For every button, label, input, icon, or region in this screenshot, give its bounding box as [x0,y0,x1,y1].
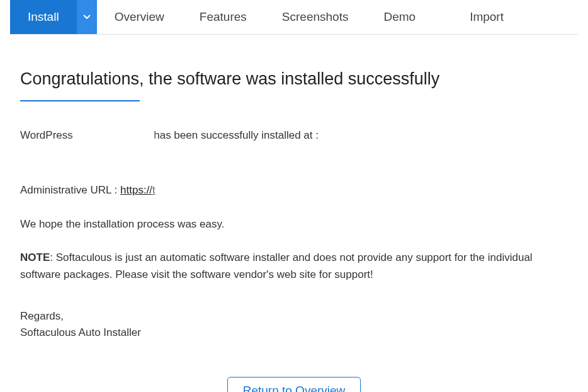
software-name: WordPress [20,129,73,141]
note-paragraph: NOTE: Softaculous is just an automatic s… [20,249,568,283]
main-content: WordPress xxxxxxxxxxxxxx has been succes… [20,127,568,392]
tab-install[interactable]: Install [10,0,77,34]
signature: Regards, Softaculous Auto Installer [20,308,568,340]
tab-demo[interactable]: Demo [366,0,433,34]
signature-line2: Softaculous Auto Installer [20,325,568,341]
note-label: NOTE [20,251,50,263]
admin-url-label: Administrative URL : [20,184,117,196]
tab-screenshots[interactable]: Screenshots [264,0,366,34]
chevron-down-icon [83,14,91,20]
tab-import[interactable]: Import [452,0,521,34]
tab-overview[interactable]: Overview [97,0,182,34]
easy-message: We hope the installation process was eas… [20,216,568,233]
blurred-admin-url-tail: xxxxxxxxxxxxxxxxxxxxxxxxxxxxxxxx [155,182,327,199]
button-row: Return to Overview [20,377,568,392]
return-to-overview-button[interactable]: Return to Overview [227,377,361,392]
install-location-line: WordPress xxxxxxxxxxxxxx has been succes… [20,127,568,144]
install-dropdown-button[interactable] [77,0,97,34]
signature-line1: Regards, [20,308,568,325]
title-underline [20,100,140,101]
tab-install-group: Install [10,0,97,34]
admin-url-visible: https://t [120,184,155,196]
tab-features[interactable]: Features [182,0,264,34]
tab-bar: Install Overview Features Screenshots De… [10,0,578,35]
page-title: Congratulations, the software was instal… [20,69,568,89]
admin-url-line: Administrative URL : https://txxxxxxxxxx… [20,182,568,199]
install-location-suffix: has been successfully installed at : [154,129,319,141]
blurred-version: xxxxxxxxxxxxxx [76,127,151,144]
blurred-install-url [20,146,184,160]
note-body: : Softaculous is just an automatic softw… [20,251,533,280]
admin-url-link[interactable]: https://t [120,184,155,196]
